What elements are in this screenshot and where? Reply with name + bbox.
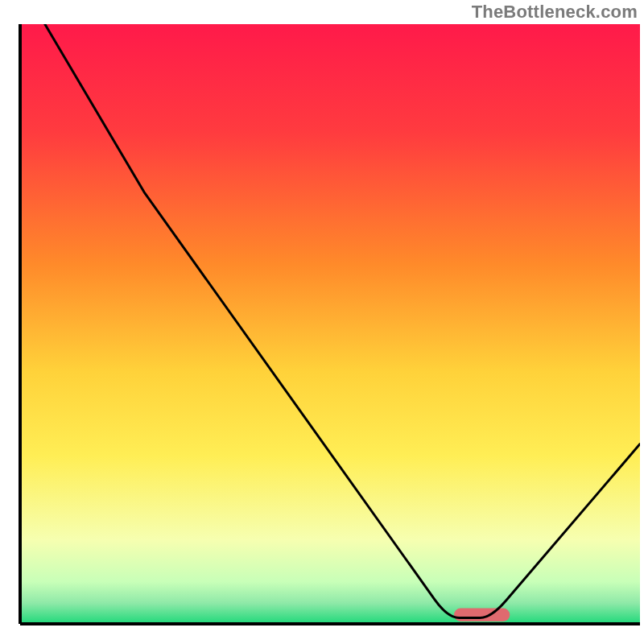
optimal-range-marker: [454, 609, 510, 621]
chart-svg: [0, 0, 644, 644]
chart-stage: TheBottleneck.com: [0, 0, 644, 644]
watermark-text: TheBottleneck.com: [472, 2, 638, 23]
gradient-background: [20, 24, 640, 624]
plot-area: [20, 24, 640, 624]
